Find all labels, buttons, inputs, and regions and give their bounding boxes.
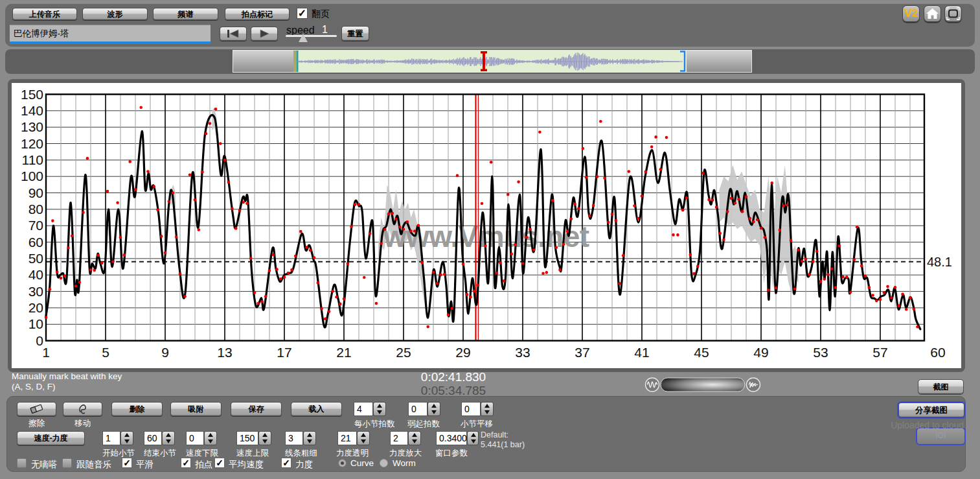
svg-text:110: 110	[22, 152, 43, 167]
svg-text:17: 17	[277, 345, 291, 360]
svg-text:53: 53	[813, 345, 828, 360]
svg-text:80: 80	[28, 202, 43, 216]
svg-text:21: 21	[336, 345, 351, 360]
svg-text:50: 50	[28, 251, 43, 266]
svg-text:13: 13	[217, 345, 232, 360]
svg-text:45: 45	[694, 345, 709, 360]
svg-text:49: 49	[753, 345, 768, 360]
svg-text:30: 30	[28, 284, 43, 299]
svg-text:37: 37	[575, 345, 589, 360]
svg-text:5: 5	[102, 345, 109, 360]
svg-text:57: 57	[872, 345, 887, 360]
svg-text:48.1: 48.1	[927, 255, 952, 269]
svg-text:90: 90	[28, 185, 43, 200]
svg-text:33: 33	[515, 345, 530, 360]
svg-text:150: 150	[21, 87, 43, 102]
svg-text:100: 100	[21, 169, 43, 183]
svg-text:9: 9	[161, 345, 169, 360]
svg-text:70: 70	[28, 218, 43, 233]
svg-text:40: 40	[28, 267, 43, 282]
svg-text:41: 41	[634, 345, 649, 360]
svg-text:140: 140	[21, 103, 43, 118]
svg-text:29: 29	[455, 345, 470, 360]
svg-text:60: 60	[28, 235, 43, 250]
svg-text:60: 60	[930, 345, 945, 360]
svg-text:120: 120	[21, 136, 43, 151]
svg-text:20: 20	[28, 300, 43, 315]
svg-text:1: 1	[42, 345, 50, 360]
svg-text:130: 130	[21, 119, 43, 134]
svg-text:25: 25	[396, 345, 411, 360]
svg-text:10: 10	[28, 316, 43, 331]
